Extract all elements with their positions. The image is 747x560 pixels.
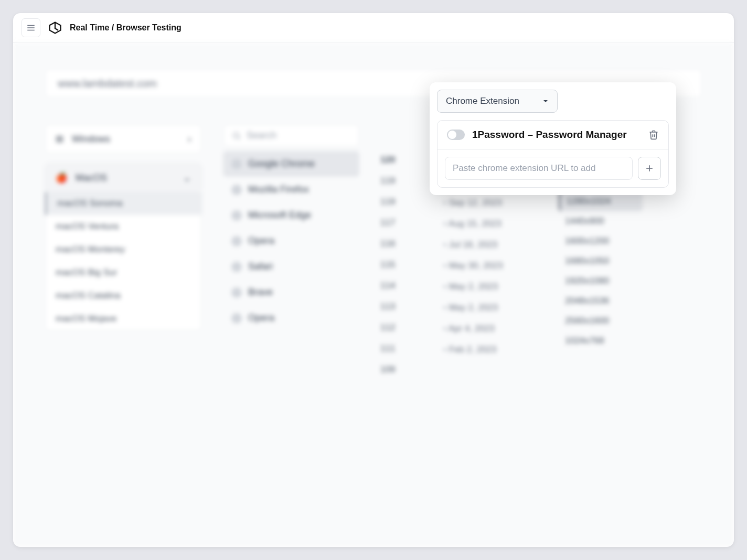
resolution-item[interactable]: 2560x1600 [559,311,643,331]
os-version[interactable]: macOS Monterey [45,238,201,261]
browser-label: Google Chrome [248,158,315,169]
release-date: May 2, 2023 [443,276,538,297]
browser-item[interactable]: Opera [223,228,359,254]
version-item[interactable]: 119 [380,170,422,191]
chrome-icon [231,159,242,169]
version-item[interactable]: 112 [380,317,422,338]
resolution-item[interactable]: 1440x900 [559,211,643,231]
os-macos[interactable]: 🍎 MacOS ⌄ [45,164,201,192]
os-windows[interactable]: ⊞ Windows › [45,125,201,153]
extension-toggle[interactable] [447,130,465,140]
release-date: Feb 2, 2023 [443,339,538,360]
version-item[interactable]: 113 [380,296,422,317]
os-version[interactable]: macOS Big Sur [45,261,201,284]
release-date: Apr 4, 2023 [443,318,538,339]
plus-icon [644,163,655,174]
resolution-item[interactable]: 1680x1050 [559,251,643,271]
release-date: May 2, 2023 [443,297,538,318]
os-version[interactable]: macOS Ventura [45,215,201,238]
safari-icon [231,262,242,272]
brave-icon [231,287,242,298]
release-date: Aug 15, 2023 [443,213,538,234]
os-version[interactable]: macOS Catalina [45,284,201,307]
browser-label: Safari [248,261,273,272]
browser-label: Microsoft Edge [248,210,311,221]
os-version[interactable]: macOS Sonoma [45,192,201,215]
version-item[interactable]: 115 [380,254,422,275]
topbar: Real Time / Browser Testing [13,13,734,42]
chevron-right-icon: › [188,134,191,145]
extension-row: 1Password – Password Manager [437,121,668,149]
svg-point-3 [233,133,239,138]
browser-item[interactable]: Google Chrome [223,151,359,177]
extension-add-row [437,149,668,187]
browser-item[interactable]: Safari [223,254,359,279]
extension-url-input[interactable] [445,157,633,180]
add-extension-button[interactable] [638,157,661,180]
svg-line-4 [239,137,240,139]
version-item[interactable]: 114 [380,275,422,296]
firefox-icon [231,185,242,195]
version-item[interactable]: 111 [380,338,422,359]
edge-icon [231,210,242,221]
breadcrumb: Real Time / Browser Testing [70,23,182,33]
apple-icon: 🍎 [56,172,67,184]
extension-list: 1Password – Password Manager [437,120,669,188]
os-label: Windows [72,134,179,145]
browser-item[interactable]: Microsoft Edge [223,202,359,228]
version-item[interactable]: 120 [380,149,422,170]
version-item[interactable]: 119 [380,191,422,212]
browser-item[interactable]: Brave [223,279,359,305]
browser-item[interactable]: Mozilla Firefox [223,177,359,202]
search-icon [232,131,241,141]
resolution-item[interactable]: 2048x1536 [559,291,643,311]
release-date: May 30, 2023 [443,255,538,276]
windows-icon: ⊞ [56,133,63,145]
chevron-down-icon: ⌄ [183,172,191,184]
extension-name: 1Password – Password Manager [472,129,641,141]
caret-down-icon [542,98,549,104]
browser-label: Mozilla Firefox [248,184,309,195]
dropdown-label: Chrome Extension [446,96,519,106]
browser-label: Opera [248,235,274,246]
browser-item[interactable]: Opera [223,305,359,331]
app-window: Real Time / Browser Testing www.lambdate… [13,13,734,547]
browser-label: Opera [248,313,274,324]
opera-icon [231,313,242,324]
resolution-item[interactable]: 1920x1080 [559,271,643,291]
version-item[interactable]: 116 [380,233,422,254]
search-placeholder: Search [247,130,276,141]
extension-type-dropdown[interactable]: Chrome Extension [437,90,558,113]
os-label: MacOS [76,173,175,184]
logo-icon [48,20,62,35]
browser-label: Brave [248,287,273,298]
os-version[interactable]: macOS Mojave [45,307,201,330]
resolution-item[interactable]: 1600x1200 [559,231,643,251]
release-date: Jul 18, 2023 [443,234,538,255]
trash-icon[interactable] [648,130,659,140]
opera-icon [231,236,242,246]
release-date: Sep 12, 2023 [443,192,538,213]
extension-popover: Chrome Extension 1Password – Password Ma… [430,82,676,195]
hamburger-icon [26,23,36,33]
menu-button[interactable] [22,18,40,37]
resolution-item[interactable]: 1024x768 [559,331,643,351]
version-item[interactable]: 109 [380,359,422,380]
browser-search[interactable]: Search [223,124,359,147]
version-item[interactable]: 117 [380,212,422,233]
